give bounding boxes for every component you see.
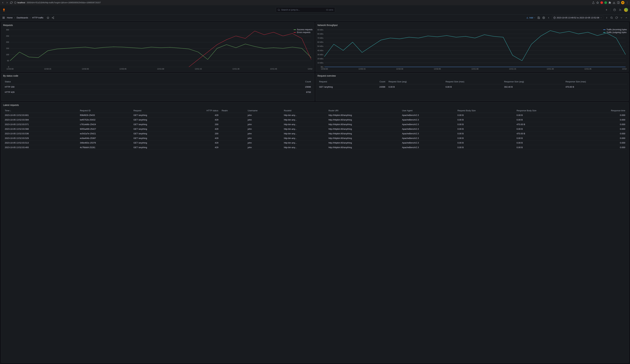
star-icon[interactable]: [596, 1, 599, 4]
col-reqbody[interactable]: Request Body Size: [456, 108, 515, 113]
svg-marker-20: [47, 16, 49, 19]
forward-icon[interactable]: [6, 1, 8, 4]
col-status[interactable]: Status: [3, 79, 189, 84]
panel-requests[interactable]: Requests Success requests Errors request…: [1, 22, 314, 72]
table-row[interactable]: 2023-10-05 13:52:03.571 c781eb6b-25424 G…: [3, 122, 627, 127]
svg-text:13:50:45: 13:50:45: [120, 68, 126, 70]
col-agent[interactable]: User Agent: [400, 108, 456, 113]
rss-icon[interactable]: [618, 8, 622, 12]
requests-chart[interactable]: 05010015020025030013:50:0013:50:1513:50:…: [3, 28, 312, 70]
table-row[interactable]: 2023-10-05 13:52:03.584 bef5752b-25432 G…: [3, 118, 627, 122]
keyboard-icon: [326, 9, 328, 11]
refresh-dropdown-icon[interactable]: [620, 16, 623, 20]
plus-icon[interactable]: [605, 8, 608, 12]
col-count[interactable]: Count: [189, 79, 312, 84]
svg-text:250: 250: [6, 35, 9, 37]
throughput-chart[interactable]: B/s10 kB/s20 kB/s30 kB/s40 kB/s50 kB/s60…: [318, 28, 627, 70]
col-routeid[interactable]: RouteId: [282, 108, 327, 113]
svg-text:13:50:15: 13:50:15: [358, 68, 366, 70]
table-row[interactable]: GET /anything 24398 0.00 B 0.00 B 302.40…: [318, 84, 627, 90]
svg-rect-4: [617, 2, 619, 4]
save-icon[interactable]: [537, 16, 540, 20]
next-range-icon[interactable]: [605, 16, 608, 20]
grafana-topbar: Search or jump to... ctrl+k: [0, 5, 630, 14]
svg-text:13:51:30: 13:51:30: [232, 68, 240, 70]
svg-text:13:52:00: 13:52:00: [308, 68, 312, 70]
grafana-logo-icon[interactable]: [2, 8, 6, 12]
col-req-avg[interactable]: Request Size (avg): [387, 79, 444, 84]
search-input[interactable]: Search or jump to... ctrl+k: [276, 7, 335, 12]
url-bar[interactable]: localhost:3000/d/mYEuD1B4k/http-traffic?…: [14, 2, 101, 4]
time-picker[interactable]: 2023-10-05 13:49:52 to 2023-10-05 13:52:…: [552, 16, 604, 20]
prev-range-icon[interactable]: [547, 16, 550, 20]
menu-dots-icon[interactable]: [626, 1, 629, 4]
table-row[interactable]: HTTP 4298700: [3, 90, 312, 95]
breadcrumb-bar: Home › Dashboards › HTTP traffic Add 202…: [0, 14, 630, 21]
extensions-icon[interactable]: [608, 1, 611, 4]
hamburger-icon[interactable]: [2, 16, 5, 20]
col-status[interactable]: HTTP status: [178, 108, 220, 113]
panel-title: Latest requests: [2, 102, 628, 108]
svg-text:13:51:00: 13:51:00: [472, 68, 478, 70]
col-time[interactable]: Time↓: [3, 108, 78, 113]
legend-item[interactable]: Traffic (outgoing) bytes: [603, 31, 627, 34]
col-rid[interactable]: Request ID: [78, 108, 132, 113]
col-routeuri[interactable]: Route URI: [327, 108, 400, 113]
legend-item[interactable]: Success requests: [294, 28, 312, 31]
col-respbody[interactable]: Response Body Size: [515, 108, 578, 113]
svg-text:90 kB/s: 90 kB/s: [318, 29, 324, 31]
col-resp-avg[interactable]: Response Size (avg): [502, 79, 564, 84]
table-row[interactable]: 2023-10-05 13:52:03.568 9055a489-25427 G…: [3, 127, 627, 131]
col-realm[interactable]: Realm: [220, 108, 246, 113]
share-alt-icon[interactable]: [51, 16, 54, 20]
table-row[interactable]: 2023-10-05 13:52:03.529 ec8a404b-25387 G…: [3, 136, 627, 140]
download-icon[interactable]: [612, 1, 616, 4]
panel-overview[interactable]: Request overview Request Count Request S…: [316, 73, 629, 101]
col-user[interactable]: Username: [246, 108, 282, 113]
svg-point-22: [52, 18, 52, 18]
reload-icon[interactable]: [10, 1, 13, 4]
breadcrumb-dashboards[interactable]: Dashboards: [16, 16, 28, 19]
table-row[interactable]: 2023-10-05 13:52:03.536 ec542a7e-25421 G…: [3, 131, 627, 136]
svg-text:13:52:00: 13:52:00: [622, 68, 627, 70]
chart-legend: Success requests Errors requests: [294, 28, 312, 34]
col-request[interactable]: Request: [318, 79, 362, 84]
time-range-label: 2023-10-05 13:49:52 to 2023-10-05 13:52:…: [557, 16, 600, 19]
breadcrumb-home[interactable]: Home: [7, 16, 13, 19]
profile-avatar[interactable]: M: [621, 1, 624, 4]
help-icon[interactable]: [613, 8, 616, 12]
star-outline-icon[interactable]: [46, 16, 50, 20]
extension-green-icon[interactable]: [604, 1, 607, 4]
panel-by-status[interactable]: By status code Status Count HTTP 2001569…: [1, 73, 314, 101]
col-count[interactable]: Count: [362, 79, 387, 84]
col-request[interactable]: Request: [132, 108, 178, 113]
refresh-icon[interactable]: [615, 16, 618, 20]
table-row[interactable]: HTTP 20015698: [3, 84, 312, 90]
back-icon[interactable]: [1, 1, 4, 4]
breadcrumb-current[interactable]: HTTP traffic: [32, 16, 44, 19]
add-button[interactable]: Add: [526, 16, 535, 19]
legend-item[interactable]: Traffic (incoming) bytes: [603, 28, 627, 31]
zoom-out-icon[interactable]: [610, 16, 613, 20]
col-resp-max[interactable]: Response Size (max): [564, 79, 627, 84]
extension-red-icon[interactable]: [600, 1, 603, 4]
collapse-up-icon[interactable]: [625, 16, 628, 20]
user-avatar[interactable]: [624, 8, 628, 12]
search-icon: [278, 9, 280, 11]
legend-item[interactable]: Errors requests: [294, 31, 312, 34]
panel-latest[interactable]: Latest requests Time↓ Request ID Request…: [1, 102, 629, 363]
panel-icon[interactable]: [617, 1, 620, 4]
share-icon[interactable]: [592, 1, 595, 4]
panel-throughput[interactable]: Network throughput Traffic (incoming) by…: [316, 22, 629, 72]
table-row[interactable]: 2023-10-05 13:52:03.601 f09bf829-25433 G…: [3, 113, 627, 118]
browser-chrome: localhost:3000/d/mYEuD1B4k/http-traffic?…: [0, 0, 630, 5]
col-resptime[interactable]: Response time: [578, 108, 627, 113]
table-row[interactable]: 2023-10-05 13:52:03.513 346e463c-25376 G…: [3, 140, 627, 145]
col-req-max[interactable]: Request Size (max): [444, 79, 502, 84]
svg-text:50 kB/s: 50 kB/s: [318, 45, 324, 47]
svg-text:13:50:30: 13:50:30: [396, 68, 403, 70]
svg-text:13:51:15: 13:51:15: [195, 68, 202, 70]
table-row[interactable]: 2023-10-05 13:52:03.493 4c7fbbb9-25281 G…: [3, 145, 627, 150]
gear-icon[interactable]: [542, 16, 545, 20]
url-path: :3000/d/mYEuD1B4k/http-traffic?orgId=1&f…: [26, 2, 101, 4]
